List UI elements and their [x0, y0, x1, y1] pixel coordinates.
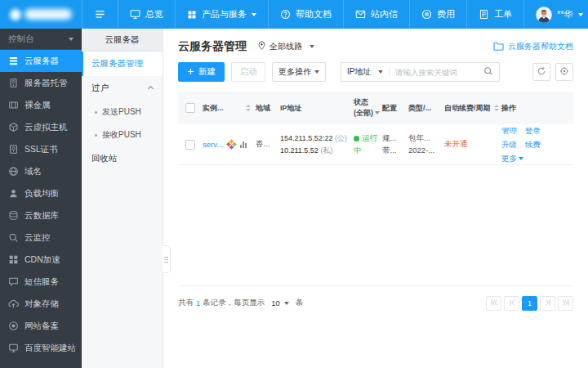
sidebar-item-load-balancer[interactable]: 负载均衡 [0, 182, 82, 204]
sidebar-item-cloud-database[interactable]: 云数据库 [0, 204, 82, 227]
refresh-button[interactable] [532, 63, 550, 81]
nav-messages-label: 站内信 [371, 8, 398, 20]
sidebar-item-cdn[interactable]: CDN加速 [0, 249, 82, 271]
nav-billing[interactable]: 费用 [409, 0, 466, 29]
brand-logo[interactable] [0, 0, 82, 29]
create-button[interactable]: 新建 [178, 62, 225, 82]
server-table: 实例... 地域 IP地址 状态 (全部) 配置 类型/... 自动续费/周期 [178, 92, 573, 320]
instance-name-link[interactable]: serv... [203, 140, 223, 149]
sidebar-item-ssl-cert[interactable]: SSL证书 [0, 138, 82, 160]
chevron-down-icon [375, 111, 380, 114]
console-switcher[interactable]: 控制台 [0, 29, 82, 50]
username: **华 [557, 8, 573, 20]
monitor-icon [8, 343, 19, 353]
page-size-dropdown[interactable]: 10 [271, 298, 289, 307]
sidebar-item-sms[interactable]: 短信服务 [0, 271, 82, 293]
subnav-group-transfer[interactable]: 过户 [82, 76, 163, 101]
subnav-item-send-push[interactable]: 发送PUSH [82, 101, 163, 123]
sidebar-item-cloud-server[interactable]: 云服务器 [0, 50, 82, 72]
bar-chart-icon[interactable] [240, 141, 247, 148]
page-next-button[interactable] [540, 296, 555, 311]
sort-icon[interactable] [246, 105, 251, 111]
nav-overview[interactable]: 总览 [118, 0, 175, 29]
sidebar-item-virtual-host[interactable]: 云虚拟主机 [0, 116, 82, 138]
row-checkbox[interactable] [185, 140, 195, 150]
type-line2: 2022-... [408, 145, 444, 156]
grid-icon [8, 254, 19, 265]
sidebar-item-label: 云监控 [24, 232, 51, 244]
subnav-item-receive-push[interactable]: 接收PUSH [82, 123, 163, 146]
public-ip: 154.211.5.52:22 (公) [280, 132, 354, 144]
help-doc-link[interactable]: 云服务器帮助文档 [493, 41, 573, 52]
subnav-item-server-manage[interactable]: 云服务器管理 [82, 52, 163, 76]
sort-icon[interactable] [494, 105, 499, 111]
sidebar-item-label: 负载均衡 [24, 188, 59, 200]
action-login[interactable]: 登录 [525, 126, 541, 135]
page-title: 云服务器管理 [178, 39, 247, 54]
subnav-item-label: 接收PUSH [102, 129, 141, 141]
sidebar-item-object-storage[interactable]: 对象存储 [0, 293, 82, 315]
search-type-dropdown[interactable]: IP地址 [341, 66, 389, 78]
plus-icon [187, 67, 194, 77]
private-ip: 10.211.5.52 (私) [280, 145, 354, 156]
nav-messages[interactable]: 站内信 [343, 0, 409, 29]
action-renew[interactable]: 续费 [525, 140, 541, 149]
settings-button[interactable] [555, 63, 573, 81]
shell: 控制台 云服务器 服务器托管 裸金属 云虚拟主机 SSL证书 [0, 29, 588, 368]
sidebar-item-icp-filing[interactable]: 网站备案 [0, 315, 82, 337]
os-pinwheel-icon [226, 139, 237, 150]
folder-icon [493, 42, 504, 52]
sidebar-item-label: 百度智能建站 [24, 343, 76, 354]
th-status-label: 状态 [354, 97, 382, 109]
search-input[interactable] [390, 68, 478, 77]
menu-toggle-button[interactable] [82, 0, 118, 29]
nav-billing-label: 费用 [437, 8, 455, 20]
certificate-icon [8, 144, 19, 155]
line-filter-dropdown[interactable]: 全部线路 [258, 41, 314, 52]
user-menu[interactable]: **华 [523, 0, 588, 29]
page-last-button[interactable] [558, 296, 573, 311]
select-all-checkbox[interactable] [185, 103, 195, 113]
th-renew-label: 自动续费/周期 [444, 103, 491, 114]
start-button-disabled[interactable]: 启动 [231, 62, 265, 82]
page-first-button[interactable] [486, 296, 501, 311]
nav-help-docs[interactable]: 帮助文档 [268, 0, 343, 29]
chevron-down-icon [310, 45, 314, 48]
location-pin-icon [258, 41, 265, 52]
main-content: 云服务器管理 全部线路 云服务器帮助文档 [163, 29, 588, 368]
chevron-down-icon [378, 70, 383, 74]
search-group: IP地址 [341, 62, 500, 82]
grid-icon [187, 10, 197, 20]
sidebar-item-label: 对象存储 [24, 298, 59, 310]
config-cell: 规... 带... [382, 132, 408, 156]
action-upgrade[interactable]: 升级 [501, 140, 517, 149]
sidebar-item-domain[interactable]: 域名 [0, 160, 82, 182]
page-next-icon [544, 298, 552, 308]
nav-products[interactable]: 产品与服务 [175, 0, 268, 29]
th-config: 配置 [382, 103, 408, 114]
chevron-down-icon [69, 38, 74, 41]
subnav-collapse-handle[interactable] [163, 245, 171, 273]
th-region: 地域 [256, 103, 280, 114]
search-button[interactable] [478, 65, 499, 79]
action-more[interactable]: 更多 [501, 154, 523, 163]
sidebar-item-bare-metal[interactable]: 裸金属 [0, 94, 82, 116]
subnav-item-recycle-bin[interactable]: 回收站 [82, 146, 163, 171]
th-checkbox [178, 103, 203, 113]
th-status-filter[interactable]: (全部) [354, 108, 382, 119]
globe-icon [8, 166, 19, 177]
line-filter-value: 全部线路 [270, 41, 302, 52]
more-operations-dropdown[interactable]: 更多操作 [272, 62, 326, 82]
nav-tickets[interactable]: 工单 [466, 0, 523, 29]
page-number-button[interactable]: 1 [522, 296, 537, 311]
page-prev-button[interactable] [504, 296, 519, 311]
sidebar-item-server-hosting[interactable]: 服务器托管 [0, 72, 82, 94]
avatar [536, 7, 552, 23]
monitor-icon [130, 9, 140, 20]
sidebar-item-site-builder[interactable]: 百度智能建站 [0, 337, 82, 359]
bare-metal-icon [8, 100, 19, 110]
page-prev-icon [508, 298, 516, 308]
subnav: 云服务器 云服务器管理 过户 发送PUSH 接收PUSH 回收站 [82, 29, 163, 368]
action-manage[interactable]: 管理 [501, 126, 517, 135]
sidebar-item-cloud-monitor[interactable]: 云监控 [0, 227, 82, 249]
